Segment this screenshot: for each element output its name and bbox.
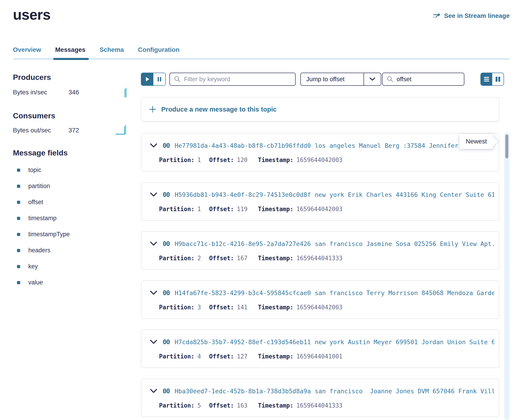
chevron-down-icon bbox=[364, 77, 381, 81]
tab-configuration[interactable]: Configuration bbox=[138, 46, 180, 53]
message-key-line: 00 H9bacc71c-b12c-4216-8e95-2a7da727e426… bbox=[150, 240, 494, 248]
produce-button-label: Produce a new message to this topic bbox=[161, 106, 277, 113]
message-row[interactable]: 00 H14fa67fe-5823-4299-b3c4-595845cfcae0… bbox=[141, 280, 499, 319]
message-value-preview: new york Austin Meyer 699501 Jordan Unio… bbox=[315, 338, 494, 345]
list-view-button[interactable] bbox=[481, 73, 492, 85]
message-meta-line: Partition:1 Offset:119 Timestamp:1659644… bbox=[159, 206, 342, 212]
offset-search-box bbox=[382, 73, 464, 86]
key-icon: 00 bbox=[163, 240, 170, 248]
field-item-value: value bbox=[13, 275, 70, 291]
offset-value: 141 bbox=[237, 304, 247, 311]
message-row[interactable]: 00 H7cda825b-35b7-4952-88ef-c193d546eb11… bbox=[141, 330, 499, 368]
pause-button[interactable] bbox=[153, 73, 165, 85]
jump-to-offset-select[interactable]: Jump to offset bbox=[300, 73, 381, 86]
message-fields-list: topic partition offset timestamp timesta… bbox=[13, 162, 70, 291]
produce-message-button[interactable]: Produce a new message to this topic bbox=[141, 97, 499, 121]
key-icon: 00 bbox=[163, 289, 170, 297]
message-row[interactable]: 00 H5936db81-b943-4e0f-8c29-74513e0c0d8f… bbox=[141, 182, 499, 221]
message-row[interactable]: 00 He77981da-4a43-48ab-b8f8-cb71b96ffdd0… bbox=[141, 133, 499, 172]
message-meta-line: Partition:4 Offset:127 Timestamp:1659644… bbox=[159, 353, 342, 360]
field-item-timestampType: timestampType bbox=[13, 226, 70, 242]
field-bullet-icon bbox=[17, 185, 20, 188]
timestamp-value: 1659644041001 bbox=[296, 353, 342, 360]
plus-icon bbox=[149, 106, 156, 113]
tab-underline-active bbox=[53, 58, 89, 60]
expand-chevron-icon[interactable] bbox=[150, 192, 157, 197]
field-bullet-icon bbox=[17, 233, 20, 236]
messages-scrollbar-thumb[interactable] bbox=[505, 135, 508, 158]
field-bullet-icon bbox=[17, 249, 20, 252]
expand-chevron-icon[interactable] bbox=[150, 340, 157, 344]
partition-value: 1 bbox=[198, 157, 201, 163]
play-button[interactable] bbox=[141, 73, 153, 85]
message-key: H5936db81-b943-4e0f-8c29-74513e0c0d8f bbox=[175, 191, 311, 198]
bytes-out-metric: Bytes out/sec 372 bbox=[13, 127, 79, 134]
partition-value: 4 bbox=[198, 353, 201, 360]
tab-messages[interactable]: Messages bbox=[55, 46, 86, 53]
partition-value: 5 bbox=[198, 402, 201, 409]
tab-schema[interactable]: Schema bbox=[100, 46, 124, 53]
lineage-link-label: See in Stream lineage bbox=[444, 12, 510, 19]
message-key-line: 00 H7cda825b-35b7-4952-88ef-c193d546eb11… bbox=[150, 338, 494, 346]
bytes-out-label: Bytes out/sec bbox=[13, 127, 51, 134]
key-icon: 00 bbox=[163, 191, 170, 198]
expand-chevron-icon[interactable] bbox=[150, 291, 157, 295]
expand-chevron-icon[interactable] bbox=[150, 241, 157, 246]
key-icon: 00 bbox=[163, 338, 170, 346]
message-row[interactable]: 00 H9bacc71c-b12c-4216-8e95-2a7da727e426… bbox=[141, 231, 499, 270]
message-meta-line: Partition:1 Offset:120 Timestamp:1659644… bbox=[159, 157, 342, 163]
message-key: H7cda825b-35b7-4952-88ef-c193d546eb11 bbox=[175, 338, 311, 345]
field-bullet-icon bbox=[17, 217, 20, 220]
stream-playpause-group bbox=[141, 73, 166, 86]
field-bullet-icon bbox=[17, 281, 20, 284]
partition-value: 2 bbox=[198, 255, 201, 262]
field-bullet-icon bbox=[17, 169, 20, 172]
message-value-preview: san francisco Jasmine Sosa 025256 Emily … bbox=[315, 240, 494, 247]
list-view-icon bbox=[484, 76, 490, 82]
pause-icon bbox=[157, 76, 162, 82]
key-icon: 00 bbox=[163, 142, 170, 149]
offset-search-input[interactable] bbox=[397, 76, 460, 83]
message-key-line: 00 Hba30eed7-1edc-452b-8b1a-738d3b5d8a9a… bbox=[150, 387, 494, 395]
search-icon bbox=[387, 76, 393, 82]
key-icon: 00 bbox=[163, 387, 170, 395]
tab-bar: Overview Messages Schema Configuration bbox=[13, 46, 179, 53]
search-icon bbox=[174, 76, 181, 82]
message-value-preview: san francisco Joanne Jones DVM 657046 Fr… bbox=[315, 388, 494, 395]
play-icon bbox=[145, 76, 150, 82]
offset-value: 119 bbox=[237, 206, 247, 212]
view-mode-toggle bbox=[480, 73, 504, 86]
expand-chevron-icon[interactable] bbox=[150, 389, 157, 393]
expand-chevron-icon[interactable] bbox=[150, 143, 157, 148]
newest-tooltip: Newest bbox=[459, 134, 493, 149]
message-key: He77981da-4a43-48ab-b8f8-cb71b96ffdd0 bbox=[175, 142, 311, 149]
field-item-headers: headers bbox=[13, 242, 70, 258]
bytes-out-value: 372 bbox=[69, 127, 79, 134]
message-value-preview: san francisco Terry Morrison 845068 Mend… bbox=[315, 289, 494, 296]
stream-lineage-link[interactable]: See in Stream lineage bbox=[433, 12, 510, 19]
messages-scrollbar-track[interactable] bbox=[504, 132, 509, 420]
offset-value: 167 bbox=[237, 255, 247, 262]
producers-sparkline bbox=[117, 87, 131, 98]
bytes-in-value: 346 bbox=[69, 89, 79, 96]
bytes-in-metric: Bytes in/sec 346 bbox=[13, 89, 79, 96]
message-key: H14fa67fe-5823-4299-b3c4-595845cfcae0 bbox=[175, 289, 311, 296]
lineage-merge-icon bbox=[433, 13, 441, 19]
filter-keyword-input[interactable] bbox=[184, 76, 291, 83]
field-item-timestamp: timestamp bbox=[13, 210, 70, 226]
timestamp-value: 1659644042003 bbox=[296, 304, 342, 311]
message-value-preview: new york Erik Charles 443166 King Center… bbox=[315, 191, 494, 198]
message-fields-heading: Message fields bbox=[13, 149, 68, 157]
bytes-in-label: Bytes in/sec bbox=[13, 89, 47, 96]
message-key-line: 00 H5936db81-b943-4e0f-8c29-74513e0c0d8f… bbox=[150, 191, 494, 198]
partition-value: 1 bbox=[198, 206, 201, 212]
message-key-line: 00 He77981da-4a43-48ab-b8f8-cb71b96ffdd0… bbox=[150, 142, 494, 149]
message-meta-line: Partition:3 Offset:141 Timestamp:1659644… bbox=[159, 304, 342, 311]
newest-tooltip-label: Newest bbox=[466, 138, 487, 145]
message-row[interactable]: 00 Hba30eed7-1edc-452b-8b1a-738d3b5d8a9a… bbox=[141, 379, 499, 417]
column-view-button[interactable] bbox=[492, 73, 504, 85]
offset-value: 127 bbox=[237, 353, 247, 360]
tab-overview[interactable]: Overview bbox=[13, 46, 41, 53]
message-key: H9bacc71c-b12c-4216-8e95-2a7da727e426 bbox=[175, 240, 311, 247]
consumers-sparkline bbox=[115, 124, 131, 135]
